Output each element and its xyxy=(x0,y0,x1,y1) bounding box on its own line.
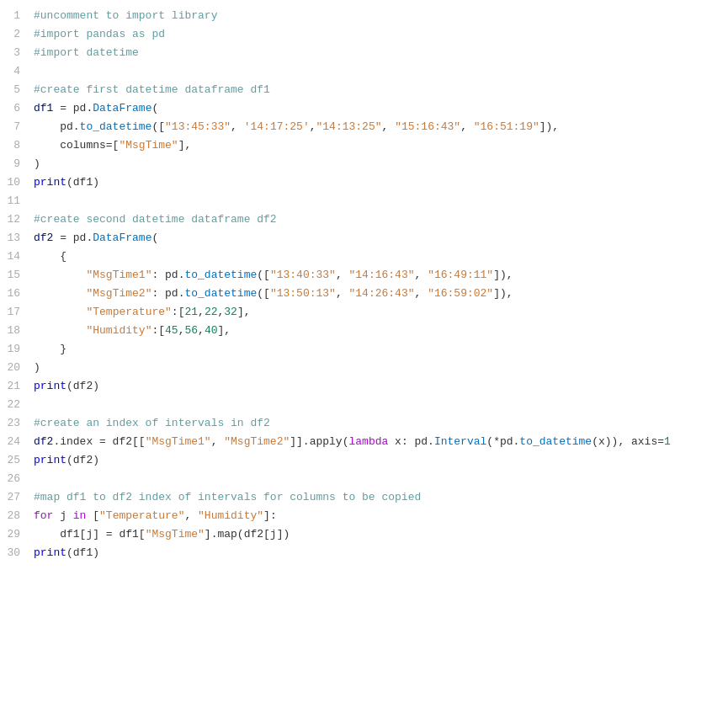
token-c-string2: '14:17:25' xyxy=(244,120,310,133)
token-c-method: to_datetime xyxy=(519,435,592,448)
line-content[interactable]: #create an index of intervals in df2 xyxy=(30,414,728,433)
code-line: 27#map df1 to df2 index of intervals for… xyxy=(0,488,728,507)
line-content[interactable]: #import pandas as pd xyxy=(30,25,728,44)
line-content[interactable] xyxy=(30,396,728,414)
line-content[interactable]: "MsgTime1": pd.to_datetime(["13:40:33", … xyxy=(30,266,728,285)
token-c-punct: ]), xyxy=(539,120,559,133)
code-line: 20) xyxy=(0,359,728,377)
line-content[interactable]: df1 = pd.DataFrame( xyxy=(30,99,728,118)
token-c-punct: , xyxy=(198,324,205,337)
token-c-builtin: print xyxy=(34,380,66,392)
code-line: 10print(df1) xyxy=(0,173,728,192)
token-c-lambda: lambda xyxy=(348,435,388,448)
code-line: 17 "Temperature":[21,22,32], xyxy=(0,303,728,322)
line-number: 26 xyxy=(0,470,30,488)
token-c-comment: #import pandas as pd xyxy=(34,28,165,40)
token-c-punct: , xyxy=(198,306,205,318)
code-line: 14 { xyxy=(0,248,728,266)
token-c-number: 45 xyxy=(165,324,178,337)
token-c-string2: "Temperature" xyxy=(86,306,171,318)
code-line: 25print(df2) xyxy=(0,451,728,470)
line-content[interactable]: df1[j] = df1["MsgTime"].map(df2[j]) xyxy=(30,525,728,544)
line-number: 25 xyxy=(0,451,30,470)
line-number: 24 xyxy=(0,433,30,451)
token-c-punct: ]), xyxy=(493,269,513,281)
line-content[interactable]: } xyxy=(30,340,728,359)
line-number: 14 xyxy=(0,248,30,266)
token-c-class: DataFrame xyxy=(93,232,151,244)
token-c-punct: , xyxy=(336,287,349,300)
code-line: 1#uncomment to import library xyxy=(0,7,728,25)
line-content[interactable] xyxy=(30,62,728,81)
token-c-string2: "14:16:43" xyxy=(349,269,415,281)
token-c-class: Interval xyxy=(434,435,486,448)
line-content[interactable]: for j in ["Temperature", "Humidity"]: xyxy=(30,507,728,525)
line-number: 16 xyxy=(0,285,30,303)
token-c-string2: "MsgTime1" xyxy=(86,269,151,281)
line-number: 23 xyxy=(0,414,30,433)
line-content[interactable]: #create second datetime dataframe df2 xyxy=(30,210,728,229)
token-c-punct: , xyxy=(184,509,198,522)
token-c-punct: ([ xyxy=(151,120,165,133)
token-c-method: to_datetime xyxy=(184,287,257,300)
token-c-string2: "Humidity" xyxy=(86,324,151,337)
token-c-number: 22 xyxy=(205,306,218,318)
token-c-punct: columns=[ xyxy=(34,139,119,152)
token-c-punct: (df1) xyxy=(66,176,99,189)
line-content[interactable]: "Humidity":[45,56,40], xyxy=(30,322,728,340)
line-content[interactable]: "MsgTime2": pd.to_datetime(["13:50:13", … xyxy=(30,285,728,303)
token-c-string2: "16:49:11" xyxy=(428,269,493,281)
line-content[interactable]: #uncomment to import library xyxy=(30,7,728,25)
line-number: 3 xyxy=(0,44,30,62)
token-c-punct: :[ xyxy=(151,324,165,337)
line-content[interactable]: #import datetime xyxy=(30,44,728,62)
code-line: 19 } xyxy=(0,340,728,359)
line-content[interactable] xyxy=(30,192,728,210)
code-line: 26 xyxy=(0,470,728,488)
token-c-string2: "Humidity" xyxy=(198,509,263,522)
token-c-class: DataFrame xyxy=(93,102,151,115)
line-number: 11 xyxy=(0,192,30,210)
token-c-number: 32 xyxy=(224,306,237,318)
token-c-punct: (*pd. xyxy=(486,435,519,448)
token-c-string2: "14:26:43" xyxy=(349,287,415,300)
token-c-string2: "13:50:13" xyxy=(270,287,336,300)
line-content[interactable] xyxy=(30,470,728,488)
token-c-punct xyxy=(34,269,86,281)
line-content[interactable]: "Temperature":[21,22,32], xyxy=(30,303,728,322)
line-content[interactable]: print(df1) xyxy=(30,544,728,562)
token-c-string2: "15:16:43" xyxy=(395,120,460,133)
line-number: 12 xyxy=(0,210,30,229)
token-c-punct: ([ xyxy=(257,287,270,300)
token-c-string2: "16:51:19" xyxy=(474,120,539,133)
line-content[interactable]: df2.index = df2[["MsgTime1", "MsgTime2"]… xyxy=(30,433,728,451)
line-content[interactable]: df2 = pd.DataFrame( xyxy=(30,229,728,248)
token-c-punct: (df2) xyxy=(66,454,99,466)
line-content[interactable]: ) xyxy=(30,359,728,377)
token-c-string2: "MsgTime" xyxy=(146,528,205,541)
line-number: 10 xyxy=(0,173,30,192)
token-c-comment: #create first datetime dataframe df1 xyxy=(34,83,270,96)
line-content[interactable]: ) xyxy=(30,155,728,173)
token-c-punct: (df2) xyxy=(66,380,99,392)
line-number: 19 xyxy=(0,340,30,359)
token-c-punct: ( xyxy=(151,102,158,115)
token-c-punct: ], xyxy=(237,306,251,318)
line-content[interactable]: pd.to_datetime(["13:45:33", '14:17:25',"… xyxy=(30,118,728,136)
token-c-string2: "Temperature" xyxy=(99,509,184,522)
line-content[interactable]: columns=["MsgTime"], xyxy=(30,136,728,155)
line-content[interactable]: print(df1) xyxy=(30,173,728,192)
line-content[interactable]: #map df1 to df2 index of intervals for c… xyxy=(30,488,728,507)
line-content[interactable]: print(df2) xyxy=(30,377,728,396)
token-c-number: 1 xyxy=(664,435,671,448)
line-number: 5 xyxy=(0,81,30,99)
line-content[interactable]: #create first datetime dataframe df1 xyxy=(30,81,728,99)
token-c-punct: ], xyxy=(178,139,192,152)
line-number: 28 xyxy=(0,507,30,525)
line-content[interactable]: print(df2) xyxy=(30,451,728,470)
token-c-string2: "MsgTime2" xyxy=(86,287,151,300)
token-c-punct: = pd. xyxy=(53,232,93,244)
token-c-punct: :[ xyxy=(172,306,185,318)
line-content[interactable]: { xyxy=(30,248,728,266)
code-line: 22 xyxy=(0,396,728,414)
